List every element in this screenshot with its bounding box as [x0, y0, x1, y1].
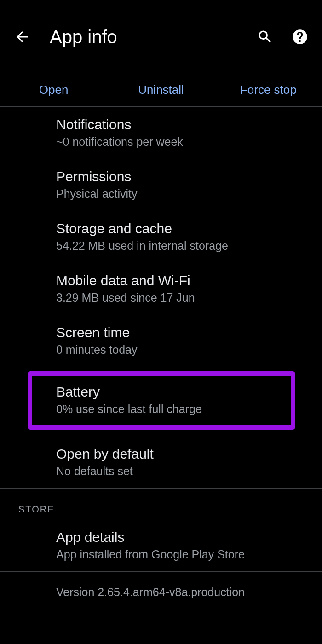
uninstall-button[interactable]: Uninstall [107, 83, 214, 97]
item-subtitle: 3.29 MB used since 17 Jun [56, 291, 313, 305]
item-subtitle: 0 minutes today [56, 343, 313, 356]
item-title: Storage and cache [56, 221, 313, 236]
open-by-default-item[interactable]: Open by default No defaults set [0, 436, 322, 488]
back-button[interactable] [11, 26, 33, 48]
storage-item[interactable]: Storage and cache 54.22 MB used in inter… [0, 211, 322, 263]
item-subtitle: 54.22 MB used in internal storage [56, 239, 313, 253]
app-bar: App info [0, 0, 322, 74]
item-title: App details [56, 529, 313, 545]
item-subtitle: App installed from Google Play Store [56, 548, 313, 561]
notifications-item[interactable]: Notifications ~0 notifications per week [0, 107, 322, 159]
settings-list: Notifications ~0 notifications per week … [0, 107, 322, 608]
item-title: Notifications [56, 117, 313, 132]
version-text: Version 2.65.4.arm64-v8a.production [0, 572, 322, 608]
help-button[interactable] [289, 26, 311, 48]
search-icon [257, 29, 273, 45]
item-title: Open by default [56, 446, 313, 462]
open-button[interactable]: Open [0, 83, 107, 97]
screen-time-item[interactable]: Screen time 0 minutes today [0, 315, 322, 367]
action-row: Open Uninstall Force stop [0, 74, 322, 107]
permissions-item[interactable]: Permissions Physical activity [0, 159, 322, 211]
highlight-box: Battery 0% use since last full charge [28, 371, 295, 430]
item-subtitle: No defaults set [56, 465, 313, 478]
mobile-data-item[interactable]: Mobile data and Wi-Fi 3.29 MB used since… [0, 263, 322, 315]
force-stop-button[interactable]: Force stop [215, 83, 322, 97]
battery-item[interactable]: Battery 0% use since last full charge [32, 376, 291, 425]
item-title: Battery [56, 384, 282, 400]
item-title: Mobile data and Wi-Fi [56, 273, 313, 288]
item-title: Screen time [56, 325, 313, 340]
help-icon [291, 28, 309, 46]
page-title: App info [50, 27, 254, 47]
item-subtitle: ~0 notifications per week [56, 135, 313, 149]
item-title: Permissions [56, 169, 313, 184]
arrow-back-icon [14, 29, 30, 45]
header-actions [254, 26, 311, 48]
store-section-label: STORE [0, 489, 322, 519]
item-subtitle: 0% use since last full charge [56, 402, 282, 416]
search-button[interactable] [254, 26, 276, 48]
app-details-item[interactable]: App details App installed from Google Pl… [0, 519, 322, 571]
item-subtitle: Physical activity [56, 187, 313, 201]
